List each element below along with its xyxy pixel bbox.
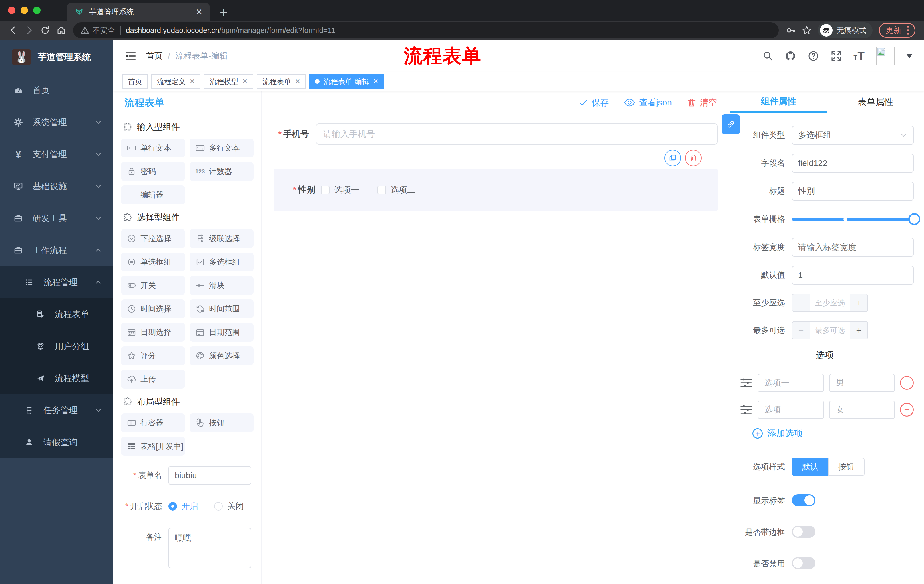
form-canvas[interactable]: *手机号 请输入手机号 [262,114,729,584]
style-default-button[interactable]: 默认 [792,458,828,476]
sidebar-item-payment[interactable]: ¥ 支付管理 [0,138,114,170]
component-type-select[interactable]: 多选框组 [792,126,914,145]
component-date-picker[interactable]: 日期选择 [121,323,185,342]
help-icon[interactable] [808,50,819,62]
tag-close-icon[interactable]: ✕ [295,78,300,85]
phone-input[interactable]: 请输入手机号 [316,123,718,145]
link-tag-icon[interactable] [722,114,740,134]
stepper-minus-button[interactable]: − [792,294,810,311]
remove-option-button[interactable]: − [900,403,914,416]
close-window-button[interactable] [8,7,15,14]
tag-close-icon[interactable]: ✕ [242,78,247,85]
phone-field[interactable]: *手机号 请输入手机号 [274,123,718,145]
stepper-minus-button[interactable]: − [792,322,810,339]
tab-form-props[interactable]: 表单属性 [827,91,924,113]
sidebar-item-workflow[interactable]: 工作流程 [0,234,114,266]
search-icon[interactable] [762,51,773,61]
border-toggle[interactable] [792,526,815,538]
disabled-toggle[interactable] [792,557,815,569]
sidebar-item-infrastructure[interactable]: 基础设施 [0,170,114,202]
minimize-window-button[interactable] [21,7,28,14]
component-checkbox-group[interactable]: 多选框组 [190,253,254,271]
option-value-input[interactable]: 女 [829,401,895,419]
bookmark-star-icon[interactable] [799,22,815,38]
copy-widget-button[interactable] [664,150,681,166]
site-security[interactable]: 不安全 [81,25,115,35]
gender-option-2[interactable]: 选项二 [377,184,416,196]
component-multi-line-text[interactable]: 多行文本 [190,138,254,158]
component-rate[interactable]: 评分 [121,346,185,365]
status-radio-on[interactable]: 开启 [168,500,198,512]
fullscreen-icon[interactable] [830,50,842,62]
breadcrumb-home[interactable]: 首页 [146,50,163,62]
gender-option-1[interactable]: 选项一 [321,184,359,196]
clear-button[interactable]: 清空 [687,97,717,109]
sidebar-item-user-groups[interactable]: 用户分组 [0,330,114,362]
tag-close-icon[interactable]: ✕ [190,78,195,85]
component-row-container[interactable]: 行容器 [121,413,185,432]
address-bar[interactable]: 不安全 dashboard.yudao.iocoder.cn/bpm/manag… [73,22,779,38]
new-tab-button[interactable]: ＋ [217,6,230,18]
sidebar-item-home[interactable]: 首页 [0,74,114,106]
avatar-caret-icon[interactable] [906,54,912,58]
sidebar-item-system[interactable]: 系统管理 [0,106,114,138]
form-name-input[interactable] [168,466,251,485]
drag-handle-icon[interactable] [740,377,752,388]
form-grid-slider[interactable] [792,210,914,229]
component-upload[interactable]: 上传 [121,370,185,388]
tag-process-definition[interactable]: 流程定义 ✕ [151,74,200,89]
remark-textarea[interactable]: 嘿嘿 [168,528,251,568]
browser-update-button[interactable]: 更新 [879,23,916,38]
sidebar-item-leave-query[interactable]: 请假查询 [0,426,114,458]
browser-tab[interactable]: 芋道管理系统 ✕ [67,3,210,21]
component-time-picker[interactable]: 时间选择 [121,299,185,318]
component-counter[interactable]: 123 计数器 [190,162,254,181]
tab-component-props[interactable]: 组件属性 [730,91,827,113]
tab-close-icon[interactable]: ✕ [196,7,202,16]
tag-process-model[interactable]: 流程模型 ✕ [204,74,253,89]
component-color-picker[interactable]: 颜色选择 [190,346,254,365]
delete-widget-button[interactable] [685,150,701,166]
sidebar-fold-icon[interactable] [125,51,136,61]
label-width-input[interactable] [792,238,914,257]
tag-home[interactable]: 首页 [122,74,148,89]
title-input[interactable] [792,182,914,201]
component-date-range[interactable]: 日期范围 [190,323,254,342]
back-icon[interactable] [5,22,21,38]
sidebar-item-process-model[interactable]: 流程模型 [0,362,114,394]
component-time-range[interactable]: 时间范围 [190,299,254,318]
stepper-plus-button[interactable]: ＋ [850,294,867,311]
component-slider[interactable]: 滑块 [190,276,254,295]
github-icon[interactable] [785,50,796,62]
status-radio-off[interactable]: 关闭 [214,500,244,512]
sidebar-item-process-form[interactable]: 流程表单 [0,298,114,330]
browser-menu-icon[interactable] [907,26,909,35]
component-table[interactable]: 表格[开发中] [121,437,185,456]
sidebar-item-task-management[interactable]: 任务管理 [0,394,114,426]
default-value-input[interactable] [792,266,914,285]
component-switch[interactable]: 开关 [121,276,185,295]
sidebar-item-process-management[interactable]: 流程管理 [0,266,114,298]
gender-field[interactable]: *性别 选项一 选项二 [282,184,709,196]
window-controls[interactable] [0,0,49,21]
tag-close-icon[interactable]: ✕ [373,78,378,85]
show-label-toggle[interactable] [792,494,815,506]
component-cascader[interactable]: 级联选择 [190,229,254,248]
checkbox-unchecked-icon[interactable] [321,186,330,194]
add-option-button[interactable]: ＋ 添加选项 [752,428,914,439]
sidebar-item-devtools[interactable]: 研发工具 [0,202,114,234]
font-size-icon[interactable]: ᴛT [853,50,865,63]
field-name-input[interactable] [792,154,914,173]
zoom-window-button[interactable] [33,7,41,14]
reload-icon[interactable] [37,22,53,38]
remove-option-button[interactable]: − [900,376,914,390]
stepper-value[interactable]: 至少应选 [810,294,850,311]
password-key-icon[interactable] [783,22,799,38]
component-editor[interactable]: 编辑器 [121,186,185,204]
slider-handle[interactable] [908,213,920,225]
style-button-button[interactable]: 按钮 [828,458,865,476]
slider-track[interactable] [792,218,914,220]
tag-process-form-edit[interactable]: 流程表单-编辑 ✕ [309,74,384,89]
option-label-input[interactable]: 选项一 [757,374,824,392]
drag-handle-icon[interactable] [740,404,752,415]
